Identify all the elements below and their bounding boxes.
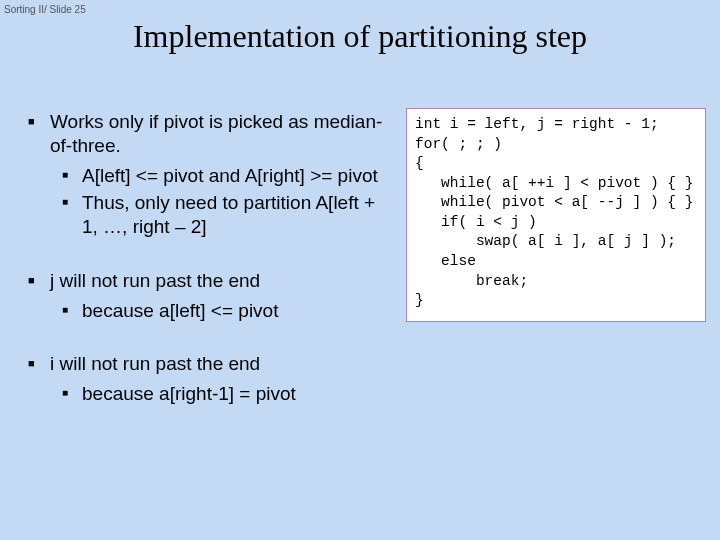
slide-number-label: Sorting II/ Slide 25: [4, 4, 86, 15]
bullet-text: because a[left] <= pivot: [82, 299, 388, 323]
bullet-sub-item: ■ because a[right-1] = pivot: [62, 382, 388, 406]
bullet-marker: ■: [28, 110, 50, 158]
bullet-marker: ■: [28, 269, 50, 293]
bullet-item: ■ j will not run past the end: [28, 269, 388, 293]
bullet-item: ■ Works only if pivot is picked as media…: [28, 110, 388, 158]
bullet-text: Works only if pivot is picked as median-…: [50, 110, 388, 158]
bullet-marker: ■: [28, 352, 50, 376]
bullet-marker: ■: [62, 191, 82, 239]
bullet-text: i will not run past the end: [50, 352, 388, 376]
bullet-text: because a[right-1] = pivot: [82, 382, 388, 406]
bullet-sub-item: ■ because a[left] <= pivot: [62, 299, 388, 323]
bullet-marker: ■: [62, 299, 82, 323]
bullet-text: Thus, only need to partition A[left + 1,…: [82, 191, 388, 239]
bullet-item: ■ i will not run past the end: [28, 352, 388, 376]
bullet-sub-item: ■ A[left] <= pivot and A[right] >= pivot: [62, 164, 388, 188]
bullet-text: j will not run past the end: [50, 269, 388, 293]
slide: Sorting II/ Slide 25 Implementation of p…: [0, 0, 720, 540]
code-snippet: int i = left, j = right - 1; for( ; ; ) …: [406, 108, 706, 322]
bullet-marker: ■: [62, 164, 82, 188]
bullet-text: A[left] <= pivot and A[right] >= pivot: [82, 164, 388, 188]
body-text: ■ Works only if pivot is picked as media…: [28, 110, 388, 410]
bullet-sub-item: ■ Thus, only need to partition A[left + …: [62, 191, 388, 239]
bullet-marker: ■: [62, 382, 82, 406]
slide-title: Implementation of partitioning step: [0, 18, 720, 55]
